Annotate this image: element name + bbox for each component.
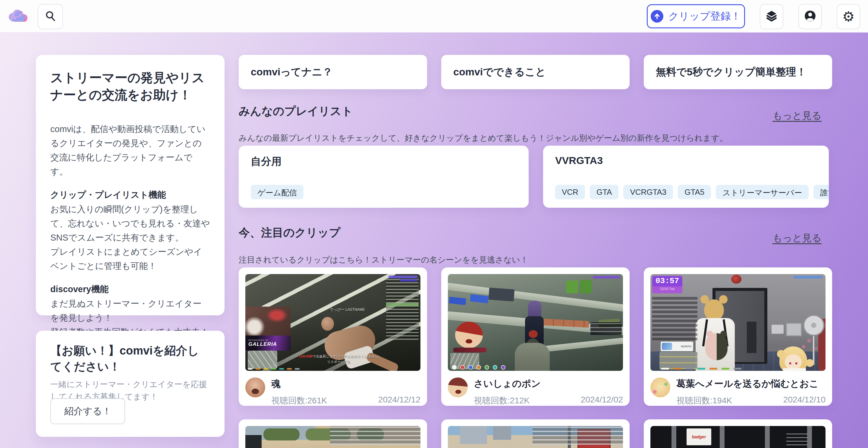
feature-clip-playlist-title: クリップ・プレイリスト機能	[50, 189, 210, 201]
feature-clip-playlist-body: お気に入りの瞬間(クリップ)を整理して、忘れない・いつでも見れる・友達やSNSで…	[50, 202, 210, 273]
info-cards-row: comviってナニ？ comviでできること 無料で5秒でクリップ簡単整理！	[239, 55, 832, 89]
streamer-name-banner	[453, 348, 487, 352]
arrow-up-circle-icon	[651, 10, 663, 23]
playlists-more-link[interactable]: もっと見る	[772, 109, 822, 122]
clip-title: 魂	[271, 378, 421, 390]
chat-overlay	[330, 426, 421, 445]
respawn-label: リスポーンする	[264, 360, 414, 364]
streamer-avatar-overlay	[455, 322, 483, 348]
status-hud	[248, 368, 300, 369]
clips-row-2: badger	[239, 419, 832, 448]
electric-fan	[802, 314, 825, 337]
tag[interactable]: 誰でもOK	[813, 185, 829, 199]
clip-thumbnail: badger	[650, 426, 826, 448]
clip-card-kuzuha-mail[interactable]: ✿ ✕ ✿ 03:57 12/10 Tue NOHITO	[644, 267, 832, 406]
introduce-button[interactable]: 紹介する！	[50, 398, 125, 424]
settings-button[interactable]: ⚙	[837, 4, 860, 29]
time-badge: 03:57 12/10 Tue	[652, 276, 682, 293]
clip-thumbnail	[448, 274, 623, 371]
player-list-overlay	[386, 278, 418, 340]
tag[interactable]: GTA5	[678, 185, 711, 199]
clips-section-title: 今、注目のクリップ	[239, 225, 340, 240]
flower-doodle: ✿	[807, 338, 811, 344]
clip-register-label: クリップ登録！	[668, 9, 741, 23]
account-button[interactable]	[798, 4, 822, 29]
tag[interactable]: GTA	[590, 185, 619, 199]
clip-thumbnail	[245, 426, 421, 448]
info-card-what-you-can-do[interactable]: comviでできること	[441, 55, 629, 89]
interaction-tooltip	[590, 322, 622, 335]
playlist-card-vvrgta3[interactable]: VVRGTA3 VCR GTA VCRGTA3 GTA5 ストリーマーサーバー …	[543, 146, 829, 208]
webcam-overlay	[245, 307, 290, 335]
playlist-tags: ゲーム配信	[251, 185, 529, 199]
playlists-section-title: みんなのプレイリスト	[239, 104, 353, 119]
tag[interactable]: ゲーム配信	[251, 185, 304, 199]
playlists-description: みんなの最新プレイリストをチェックして、好きなクリップをまとめて楽しもう！ジャン…	[239, 133, 727, 144]
clip-card[interactable]	[239, 419, 427, 448]
clips-row-1: でっぴー LASTNAME SPONSORED BY GALLERIA 14分4…	[239, 267, 832, 406]
feature-discovery-title: discovery機能	[50, 283, 210, 295]
playlist-tags: VCR GTA VCRGTA3 GTA5 ストリーマーサーバー 誰でもOK	[555, 185, 829, 199]
minimap-overlay	[659, 352, 698, 369]
user-icon	[804, 9, 817, 24]
comvi-logo[interactable]	[7, 7, 29, 25]
sponsor-banner: SPONSORED BY GALLERIA	[245, 335, 290, 351]
promo-card: 【お願い！】comviを紹介してください！ 一緒にストリーマー・クリエイターを応…	[36, 331, 224, 437]
tag[interactable]: VCR	[555, 185, 585, 199]
clip-date: 2024/12/12	[378, 395, 421, 407]
view-count: 視聴回数:261K	[271, 395, 327, 407]
view-count: 視聴回数:212K	[474, 395, 530, 407]
game-character-head	[321, 317, 334, 331]
badger-sign: badger	[687, 428, 711, 445]
clips-description: 注目されているクリップはこちら！ストリーマーの名シーンをを見逃さない！	[239, 255, 528, 265]
top-bar: クリップ登録！ ⚙	[0, 0, 868, 33]
about-card: ストリーマーの発見やリスナーとの交流をお助け！ comviは、配信や動画投稿で活…	[36, 55, 224, 315]
clip-thumbnail: ✿ ✕ ✿ 03:57 12/10 Tue NOHITO	[650, 274, 826, 371]
fire-alarm	[731, 275, 741, 284]
clip-date: 2024/12/02	[581, 395, 623, 407]
death-message: 14分45秒で出血死します(アイテムはロストしません)	[264, 354, 414, 359]
info-card-free-organize[interactable]: 無料で5秒でクリップ簡単整理！	[644, 55, 832, 89]
clip-card[interactable]	[441, 419, 629, 448]
playlist-name: 自分用	[251, 155, 281, 169]
avatar[interactable]	[245, 378, 265, 397]
about-title: ストリーマーの発見やリスナーとの交流をお助け！	[50, 69, 210, 103]
clip-card[interactable]: badger	[644, 419, 832, 448]
info-card-what-is-comvi[interactable]: comviってナニ？	[239, 55, 427, 89]
about-intro: comviは、配信や動画投稿で活動しているクリエイターの発見や、ファンとの交流に…	[50, 122, 210, 179]
comvi-home-page: クリップ登録！ ⚙ ストリー	[0, 0, 868, 448]
search-button[interactable]	[38, 4, 63, 29]
avatar[interactable]	[650, 378, 670, 397]
clips-more-link[interactable]: もっと見る	[772, 232, 822, 245]
hoodie-character	[515, 343, 550, 371]
view-count: 視聴回数:194K	[676, 395, 732, 407]
clip-title: 葛葉へメールを送るか悩むとおこ	[676, 378, 826, 390]
gear-icon: ⚙	[842, 10, 855, 24]
layers-icon	[765, 10, 778, 24]
clip-thumbnail: でっぴー LASTNAME SPONSORED BY GALLERIA 14分4…	[245, 274, 421, 371]
clip-title: さいしょのポン	[474, 378, 623, 390]
status-hud	[661, 368, 741, 369]
status-hud	[452, 365, 505, 369]
search-icon	[44, 10, 56, 23]
clip-date: 2024/12/10	[783, 395, 826, 407]
playlist-card-personal[interactable]: 自分用 ゲーム配信	[239, 146, 529, 208]
promo-title: 【お願い！】comviを紹介してください！	[50, 343, 210, 375]
avatar[interactable]	[448, 378, 468, 397]
playlist-name: VVRGTA3	[555, 155, 603, 167]
tag[interactable]: VCRGTA3	[623, 185, 673, 199]
tag[interactable]: ストリーマーサーバー	[716, 185, 809, 199]
library-button[interactable]	[760, 4, 783, 29]
clip-card-saisho-no-pon[interactable]: さいしょのポン 視聴回数:212K 2024/12/02	[441, 267, 629, 406]
chat-overlay	[652, 295, 698, 340]
clip-register-button[interactable]: クリップ登録！	[647, 4, 745, 28]
clip-thumbnail	[448, 426, 623, 448]
character-name-label: でっぴー LASTNAME	[330, 307, 365, 312]
chat-overlay	[532, 426, 623, 445]
clip-card-tamashii[interactable]: でっぴー LASTNAME SPONSORED BY GALLERIA 14分4…	[239, 267, 427, 406]
